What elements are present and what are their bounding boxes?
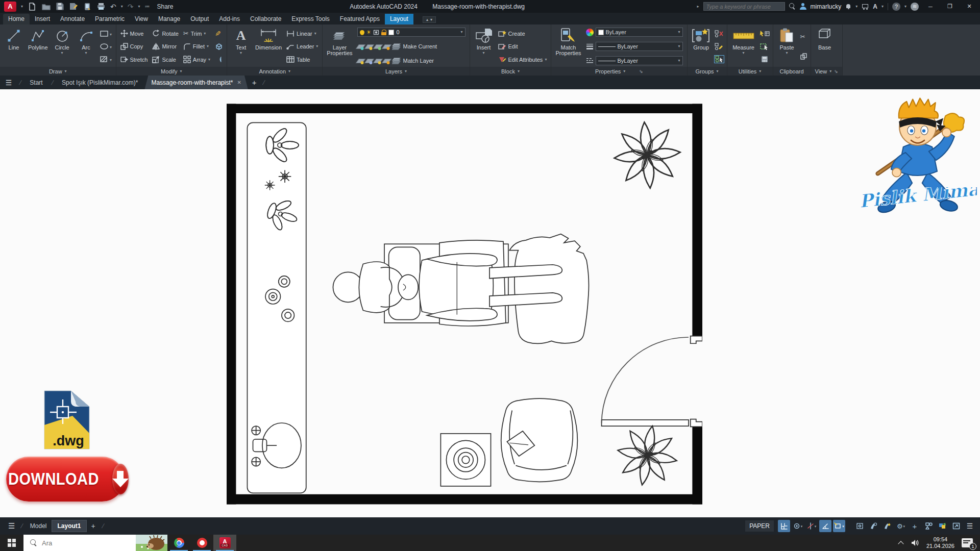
action-center-icon[interactable]: 1 bbox=[962, 538, 973, 547]
close-tab-icon[interactable]: ✕ bbox=[237, 80, 241, 85]
annotation-scale-gear-icon[interactable]: ⚙▾ bbox=[895, 520, 907, 532]
fillet-button[interactable]: Fillet▾ bbox=[182, 40, 212, 53]
dimension-button[interactable]: Dimension bbox=[254, 26, 283, 67]
customize-plus-icon[interactable]: + bbox=[909, 520, 921, 532]
taskbar-clock[interactable]: 09:54 21.04.2026 bbox=[926, 536, 954, 549]
drawing-canvas[interactable]: Pislik Mimar .dwg DOWNLOAD bbox=[0, 89, 980, 517]
explode-button[interactable] bbox=[213, 40, 224, 53]
tab-layout[interactable]: Layout bbox=[385, 14, 413, 24]
layer-off-icon[interactable] bbox=[355, 44, 365, 49]
stretch-button[interactable]: Stretch bbox=[119, 53, 150, 66]
text-caret-icon[interactable]: ▾ bbox=[240, 51, 242, 55]
download-button[interactable]: DOWNLOAD bbox=[6, 457, 125, 502]
minimize-button[interactable]: ─ bbox=[923, 0, 938, 13]
modify-panel-label[interactable]: Modify▾ bbox=[116, 67, 227, 76]
layer-unlock-icon[interactable] bbox=[381, 30, 386, 35]
layer-lock-icon[interactable] bbox=[381, 44, 391, 49]
save-as-icon[interactable] bbox=[69, 2, 78, 11]
ungroup-icon[interactable] bbox=[715, 30, 724, 37]
clean-screen-icon[interactable] bbox=[950, 520, 962, 532]
view-panel-label[interactable]: View▾⇘ bbox=[811, 67, 842, 76]
groups-panel-label[interactable]: Groups▾ bbox=[688, 67, 727, 76]
clipboard-panel-label[interactable]: Clipboard bbox=[773, 67, 811, 76]
polar-tracking-icon[interactable] bbox=[819, 520, 831, 532]
help-caret-icon[interactable]: ▾ bbox=[904, 5, 906, 9]
tab-annotate[interactable]: Annotate bbox=[55, 14, 90, 24]
counter-cabinet[interactable] bbox=[247, 122, 306, 493]
linear-button[interactable]: Linear▾ bbox=[285, 27, 320, 40]
properties-expander-icon[interactable]: ⇘ bbox=[639, 69, 643, 74]
layer-isolate-icon[interactable] bbox=[373, 44, 382, 49]
ribbon-collapse-button[interactable]: ▴ ▾ bbox=[423, 16, 436, 23]
undo-icon[interactable]: ↶ bbox=[110, 3, 116, 11]
layer-walk-icon[interactable] bbox=[355, 59, 365, 63]
floor-plan[interactable] bbox=[227, 104, 702, 505]
new-file-icon[interactable] bbox=[28, 2, 37, 11]
layer-viewport-icon[interactable] bbox=[373, 30, 379, 35]
arc-button[interactable]: Arc ▾ bbox=[75, 26, 97, 67]
view-expander-icon[interactable]: ⇘ bbox=[834, 69, 838, 74]
grid-toggle-icon[interactable] bbox=[778, 520, 790, 532]
undo-caret-icon[interactable]: ▾ bbox=[121, 5, 123, 9]
quick-select-icon[interactable] bbox=[760, 30, 770, 37]
circle-caret-icon[interactable]: ▾ bbox=[61, 51, 63, 55]
linetype-dropdown[interactable]: ByLayer ▾ bbox=[596, 56, 683, 65]
polyline-button[interactable]: Polyline bbox=[27, 26, 50, 67]
layout1-tab[interactable]: Layout1 bbox=[52, 520, 86, 532]
tab-view[interactable]: View bbox=[130, 14, 153, 24]
text-button[interactable]: A Text ▾ bbox=[230, 26, 252, 67]
annotation-monitor-icon[interactable] bbox=[922, 520, 935, 532]
door-leaf[interactable] bbox=[602, 420, 689, 426]
leader-button[interactable]: Leader▾ bbox=[285, 40, 320, 53]
search-icon[interactable] bbox=[789, 3, 796, 10]
close-button[interactable]: ✕ bbox=[962, 0, 977, 13]
erase-button[interactable]: ✎ bbox=[213, 27, 224, 40]
layer-properties-button[interactable]: Layer Properties bbox=[325, 26, 354, 67]
layers-panel-label[interactable]: Layers▾ bbox=[323, 67, 469, 76]
circle-button[interactable]: Circle ▾ bbox=[51, 26, 74, 67]
lineweight-dropdown[interactable]: ByLayer ▾ bbox=[596, 42, 683, 51]
new-layout-button[interactable]: + bbox=[87, 522, 100, 530]
object-color-dropdown[interactable]: ByLayer ▾ bbox=[596, 28, 683, 37]
offset-button[interactable] bbox=[213, 53, 224, 66]
model-tab[interactable]: Model bbox=[25, 520, 52, 532]
object-snap-icon[interactable]: ▾ bbox=[833, 520, 845, 532]
share-button[interactable]: Share bbox=[155, 3, 174, 10]
restore-button[interactable]: ❐ bbox=[942, 0, 958, 13]
fur-rug[interactable] bbox=[509, 234, 589, 344]
group-button[interactable]: Group bbox=[690, 26, 713, 67]
trim-caret-icon[interactable]: ▾ bbox=[204, 32, 206, 36]
create-block-button[interactable]: Create bbox=[497, 27, 549, 40]
fillet-caret-icon[interactable]: ▾ bbox=[207, 44, 209, 48]
mirror-button[interactable]: Mirror bbox=[151, 40, 180, 53]
utilities-panel-label[interactable]: Utilities▾ bbox=[727, 67, 773, 76]
autoscale-icon[interactable] bbox=[881, 520, 893, 532]
rotate-button[interactable]: Rotate bbox=[151, 27, 180, 40]
keyword-search-input[interactable] bbox=[704, 4, 785, 10]
snap-toggle-icon[interactable]: ▾ bbox=[792, 520, 804, 532]
paper-space-button[interactable]: PAPER bbox=[745, 520, 774, 532]
annotation-panel-label[interactable]: Annotation▾ bbox=[227, 67, 322, 76]
autodesk-a-icon[interactable]: A bbox=[873, 3, 877, 10]
notifications-bell-icon[interactable] bbox=[845, 4, 851, 10]
keyword-search-box[interactable] bbox=[703, 2, 785, 11]
cut-icon[interactable]: ✂ bbox=[800, 33, 807, 40]
tab-insert[interactable]: Insert bbox=[30, 14, 55, 24]
layer-dropdown-caret-icon[interactable]: ▾ bbox=[460, 30, 462, 34]
layout-menu-icon[interactable]: ☰ bbox=[4, 521, 19, 531]
tab-add-ins[interactable]: Add-ins bbox=[214, 14, 245, 24]
file-tab-start[interactable]: Start bbox=[23, 76, 49, 89]
redo-caret-icon[interactable]: ▾ bbox=[138, 5, 140, 9]
copy-clip-icon[interactable] bbox=[800, 53, 807, 60]
annotation-visibility-icon[interactable] bbox=[867, 520, 879, 532]
new-tab-button[interactable]: + bbox=[248, 78, 261, 87]
print-icon[interactable] bbox=[96, 2, 106, 11]
edit-attributes-button[interactable]: Edit Attributes▾ bbox=[497, 53, 549, 66]
help-icon[interactable]: ? bbox=[892, 3, 900, 11]
search-history-chevron-icon[interactable]: ▸ bbox=[697, 5, 699, 9]
move-button[interactable]: Move bbox=[119, 27, 150, 40]
plot-icon[interactable] bbox=[83, 2, 92, 11]
leader-caret-icon[interactable]: ▾ bbox=[316, 44, 318, 48]
measure-caret-icon[interactable]: ▾ bbox=[743, 51, 745, 55]
rectangle-icon[interactable]: ▾ bbox=[100, 30, 113, 37]
